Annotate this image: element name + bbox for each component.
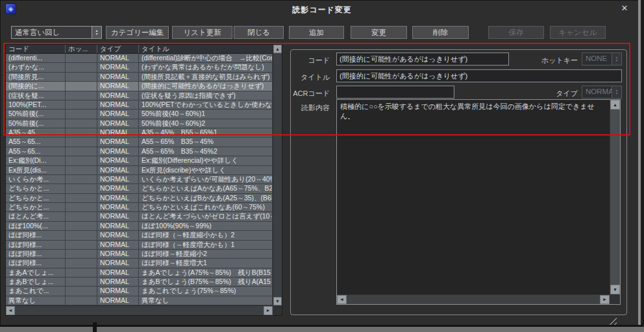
dialog-title: 読影コード変更 xyxy=(0,5,644,16)
cancel-button[interactable]: キャンセル xyxy=(550,26,606,39)
acr-code-label: ACRコード xyxy=(279,89,330,99)
title-input[interactable] xyxy=(336,69,622,82)
scroll-left-icon[interactable]: ◄ xyxy=(6,306,15,315)
category-edit-button[interactable]: カテゴリー編集 xyxy=(106,26,169,39)
close-button[interactable]: 閉じる xyxy=(234,26,284,39)
scroll-down-icon[interactable]: ▼ xyxy=(273,297,282,305)
table-row[interactable]: (differenti... NORMAL (differential)診断が中… xyxy=(6,54,273,63)
hotkey-label: ホットキー xyxy=(527,56,578,65)
cell-code: Ex:鑑別(Di... xyxy=(6,156,66,165)
cell-code: (症状を疑... xyxy=(6,91,66,101)
window-right-border xyxy=(641,0,644,326)
table-row[interactable]: まあこれで... NORMAL まあこれでしょう(75%～85%) xyxy=(6,287,273,296)
cell-hotkey xyxy=(66,73,97,82)
cell-type: NORMAL xyxy=(97,296,139,305)
hotkey-select[interactable]: NONE ▲▼ xyxy=(582,53,622,65)
table-row[interactable]: A55～65... NORMAL A55～65% B35～45%2 xyxy=(6,147,273,156)
cell-code: いくらか考... xyxy=(6,175,66,184)
table-row[interactable]: ほとんど考... NORMAL ほとんど考えづらいがゼロとは言えず(10～20%… xyxy=(6,212,273,221)
content-horizontal-scrollbar[interactable]: ◄ ► xyxy=(337,294,610,304)
table-row[interactable]: どちらかと... NORMAL どちらかといえばBかなあ(A25～35)、(B6… xyxy=(6,194,273,203)
cell-code: 異常なし xyxy=(6,296,66,305)
spinner-icon[interactable]: ▲▼ xyxy=(92,27,101,38)
table-row[interactable]: (間接的に... NORMAL (間接的に可能性があるがはっきりせず) xyxy=(6,82,273,91)
cell-code: A55～65... xyxy=(6,147,66,156)
resize-grip[interactable] xyxy=(608,317,617,325)
column-header-type[interactable]: タイプ xyxy=(97,45,139,53)
cell-type: NORMAL xyxy=(97,175,139,184)
table-row[interactable]: A55～65... NORMAL A55～65% B35～45% xyxy=(6,137,273,147)
table-row[interactable]: いくらか考... NORMAL いくらか考えずらいが可能性あり(20～40%) xyxy=(6,175,273,184)
code-input[interactable] xyxy=(336,53,509,65)
cell-code: A55～65... xyxy=(6,137,66,147)
table-row[interactable]: 50%前後(... NORMAL 50%前後(40～60%)2 xyxy=(6,119,273,128)
scroll-right-icon[interactable]: ► xyxy=(600,295,610,304)
cell-type: NORMAL xyxy=(97,91,139,101)
cell-title: A55～65% B35～45%2 xyxy=(139,147,273,156)
cell-type: NORMAL xyxy=(97,287,139,296)
scroll-left-icon[interactable]: ◄ xyxy=(337,295,347,304)
phrase-category-select[interactable]: 通常言い回し ▲▼ xyxy=(11,26,102,39)
table-row[interactable]: (わずかな... NORMAL (わずかな異常はあるかもだが問題なし) xyxy=(6,63,273,72)
save-button[interactable]: 保存 xyxy=(488,26,544,39)
scroll-up-icon[interactable]: ▲ xyxy=(610,100,620,110)
cell-title: 100%(PETでわかっているときしか使わない) xyxy=(139,101,273,110)
cell-hotkey xyxy=(66,231,97,240)
reading-content-textarea[interactable]: 積極的に○○を示唆するまでの粗大な異常所見は今回の画像からは同定できません。 ▲… xyxy=(336,99,621,305)
cell-title: ほぼ同様（～軽度増大かも）1 xyxy=(139,241,273,250)
table-vertical-scrollbar[interactable]: ▲ ▼ xyxy=(273,45,282,305)
delete-button[interactable]: 削除 xyxy=(412,26,469,39)
cell-code: Ex所見(dis... xyxy=(6,166,66,175)
table-row[interactable]: ほぼ100%(... NORMAL ほぼ100%(90%～99%) xyxy=(6,222,273,231)
cell-hotkey xyxy=(66,222,97,231)
cell-code: 50%前後(... xyxy=(6,110,66,119)
table-row[interactable]: ほぼ同様... NORMAL ほぼ同様～軽度縮小2 xyxy=(6,250,273,259)
cell-type: NORMAL xyxy=(97,156,139,165)
scrollbar-corner xyxy=(610,294,620,304)
scroll-up-icon[interactable]: ▲ xyxy=(273,45,282,53)
table-header: コード ホッ... タイプ タイトル xyxy=(6,45,273,54)
type-select[interactable]: NORMAL ▲▼ xyxy=(582,86,622,99)
scroll-right-icon[interactable]: ► xyxy=(264,306,273,315)
cell-hotkey xyxy=(66,82,97,91)
acr-code-input[interactable] xyxy=(336,86,454,99)
table-horizontal-scrollbar[interactable]: ◄ ► xyxy=(6,305,273,315)
cell-type: NORMAL xyxy=(97,137,139,147)
content-vertical-scrollbar[interactable]: ▲ ▼ xyxy=(610,100,620,294)
table-row[interactable]: 50%前後(... NORMAL 50%前後(40～60%)1 xyxy=(6,110,273,119)
cell-code: A35～45... xyxy=(6,128,66,137)
column-header-hotkey[interactable]: ホッ... xyxy=(66,45,97,53)
cell-code: どちらかと... xyxy=(6,194,66,203)
table-row[interactable]: 100%(PET... NORMAL 100%(PETでわかっているときしか使わ… xyxy=(6,101,273,110)
table-row[interactable]: どちらかと... NORMAL どちらかといえばこれかなあ(60～75%) xyxy=(6,203,273,212)
table-row[interactable]: ほぼ同様... NORMAL ほぼ同様（～軽度増大かも）1 xyxy=(6,241,273,250)
table-row[interactable]: どちらかと... NORMAL どちらかといえばAかなあ(A65～75%、B25… xyxy=(6,184,273,193)
scroll-down-icon[interactable]: ▼ xyxy=(610,285,620,294)
column-header-title[interactable]: タイトル xyxy=(139,45,273,53)
table-row[interactable]: 異常なし NORMAL 異常なし xyxy=(6,296,273,305)
column-header-code[interactable]: コード xyxy=(6,45,66,53)
table-row[interactable]: ほぼ同様... NORMAL ほぼ同様～軽度増大1 xyxy=(6,259,273,268)
cell-hotkey xyxy=(66,175,97,184)
table-row[interactable]: A35～45... NORMAL A35～45% B55～65%1 xyxy=(6,128,273,137)
content-label: 読影内容 xyxy=(279,103,330,113)
table-row[interactable]: まあBでしょ... NORMAL まあBでしょう(B75%～85%) 残りA(A… xyxy=(6,278,273,287)
add-button[interactable]: 追加 xyxy=(289,26,344,39)
table-row[interactable]: (症状を疑... NORMAL (症状を疑う原因は指摘できず) xyxy=(6,91,273,101)
cell-title: まあBでしょう(B75%～85%) 残りA(A15～25%) xyxy=(139,278,273,287)
list-refresh-button[interactable]: リスト更新 xyxy=(172,26,232,39)
reading-content-text[interactable]: 積極的に○○を示唆するまでの粗大な異常所見は今回の画像からは同定できません。 xyxy=(337,100,610,294)
close-icon[interactable]: ✕ xyxy=(617,3,632,14)
change-button[interactable]: 変更 xyxy=(351,26,407,39)
table-row[interactable]: Ex所見(dis... NORMAL Ex所見(discribe)やや詳しく xyxy=(6,166,273,175)
code-label: コード xyxy=(279,56,330,65)
table-row[interactable]: (間接所見... NORMAL (間接所見記載＋直接的な初見はみられず) xyxy=(6,73,273,82)
table-row[interactable]: ほぼ同様... NORMAL ほぼ同様（～軽度縮小かも）2 xyxy=(6,231,273,240)
cell-code: どちらかと... xyxy=(6,184,66,193)
cell-type: NORMAL xyxy=(97,82,139,91)
hotkey-value: NONE xyxy=(586,54,607,62)
table-row[interactable]: Ex:鑑別(Di... NORMAL Ex:鑑別(Differencial)やや… xyxy=(6,156,273,165)
table-row[interactable]: まあAでしょ... NORMAL まあAでしょう(A75%～85%) 残りB(B… xyxy=(6,268,273,278)
cell-code: (間接的に... xyxy=(6,82,66,91)
cell-hotkey xyxy=(66,268,97,278)
